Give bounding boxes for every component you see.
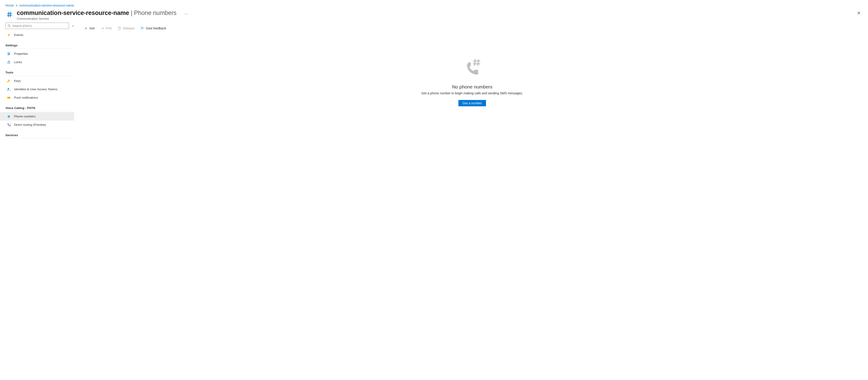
svg-rect-12 xyxy=(8,62,10,63)
sidebar-item-identities[interactable]: Identities & User Access Tokens xyxy=(5,85,74,93)
svg-point-4 xyxy=(8,25,10,26)
sidebar-item-push-notifications[interactable]: Push notifications xyxy=(5,93,74,102)
sidebar-group-tools: Tools xyxy=(5,66,73,76)
svg-line-5 xyxy=(10,26,10,27)
empty-state: No phone numbers Get a phone number to b… xyxy=(82,57,863,106)
btn-label: Release xyxy=(123,26,134,30)
sidebar-item-keys[interactable]: Keys xyxy=(5,77,74,85)
search-input[interactable] xyxy=(12,24,67,28)
empty-title: No phone numbers xyxy=(452,84,493,90)
more-actions-button[interactable]: ⋯ xyxy=(184,11,188,16)
svg-line-2 xyxy=(8,12,9,17)
phone-route-icon xyxy=(7,123,11,127)
empty-description: Get a phone number to begin making calls… xyxy=(421,91,523,95)
sidebar-group-settings: Settings xyxy=(5,39,73,49)
breadcrumb: Home > communication-service-resource-na… xyxy=(0,0,868,9)
resource-type-subtitle: Communication Service xyxy=(17,17,177,20)
key-icon xyxy=(7,79,11,83)
svg-point-22 xyxy=(10,124,11,125)
get-a-number-button[interactable]: Get a number xyxy=(458,100,486,106)
lightning-icon xyxy=(7,33,11,37)
nav-label: Keys xyxy=(14,79,21,83)
port-button: Port xyxy=(98,26,114,31)
content-pane: Get Port Release Give feedback xyxy=(74,23,868,139)
svg-line-29 xyxy=(474,59,475,66)
title-section: Phone numbers xyxy=(134,9,177,16)
plus-icon xyxy=(84,26,88,30)
feedback-icon xyxy=(141,26,144,30)
svg-point-10 xyxy=(9,53,10,54)
page-title: communication-service-resource-name | Ph… xyxy=(17,9,177,17)
nav-label: Push notifications xyxy=(14,96,38,99)
sidebar-item-direct-routing[interactable]: Direct routing (Preview) xyxy=(5,121,74,129)
svg-line-20 xyxy=(9,115,9,118)
lock-icon xyxy=(7,60,11,64)
svg-rect-15 xyxy=(7,97,10,98)
breadcrumb-home[interactable]: Home xyxy=(5,4,14,7)
phone-hash-icon xyxy=(462,57,482,77)
sliders-icon xyxy=(7,52,11,56)
nav-label: Events xyxy=(14,33,23,37)
btn-label: Give feedback xyxy=(146,26,166,30)
hash-icon xyxy=(5,10,13,19)
get-button[interactable]: Get xyxy=(82,26,97,31)
svg-line-3 xyxy=(10,12,11,17)
give-feedback-button[interactable]: Give feedback xyxy=(138,26,168,31)
sidebar-search[interactable] xyxy=(5,23,69,29)
svg-rect-16 xyxy=(7,97,10,97)
svg-line-19 xyxy=(8,115,8,118)
trash-icon xyxy=(118,26,121,30)
svg-line-30 xyxy=(478,59,479,66)
arrow-right-icon xyxy=(101,26,104,30)
command-bar: Get Port Release Give feedback xyxy=(82,23,863,33)
page-header: communication-service-resource-name | Ph… xyxy=(0,9,868,23)
nav-label: Direct routing (Preview) xyxy=(14,123,46,126)
breadcrumb-separator: > xyxy=(16,4,18,7)
btn-label: Port xyxy=(106,26,112,30)
nav-label: Locks xyxy=(14,60,22,64)
nav-label: Identities & User Access Tokens xyxy=(14,88,57,91)
hash-icon xyxy=(7,115,11,118)
sidebar-group-services: Services xyxy=(5,129,73,139)
search-icon xyxy=(7,24,11,27)
btn-label: Get xyxy=(90,26,95,30)
svg-point-26 xyxy=(141,27,143,28)
sidebar-item-events[interactable]: Events xyxy=(5,31,74,39)
sidebar: « Events Settings Properties Locks Tools xyxy=(5,23,74,139)
nav-label: Properties xyxy=(14,52,28,55)
sidebar-item-properties[interactable]: Properties xyxy=(5,50,74,58)
svg-point-13 xyxy=(8,88,9,89)
sidebar-group-voice: Voice Calling - PSTN xyxy=(5,102,73,111)
breadcrumb-resource[interactable]: communication-service-resource-name xyxy=(20,4,74,7)
card-icon xyxy=(7,96,11,99)
svg-point-11 xyxy=(8,54,9,55)
collapse-sidebar-button[interactable]: « xyxy=(72,24,74,28)
nav-label: Phone numbers xyxy=(14,115,35,118)
close-blade-button[interactable]: ✕ xyxy=(857,10,861,16)
title-resource-name: communication-service-resource-name xyxy=(17,9,129,16)
svg-point-9 xyxy=(8,53,8,53)
sidebar-item-locks[interactable]: Locks xyxy=(5,58,74,66)
sidebar-item-phone-numbers[interactable]: Phone numbers xyxy=(0,112,74,121)
release-button: Release xyxy=(115,26,137,31)
svg-point-21 xyxy=(9,123,10,124)
svg-point-14 xyxy=(9,89,10,90)
person-key-icon xyxy=(7,88,11,91)
